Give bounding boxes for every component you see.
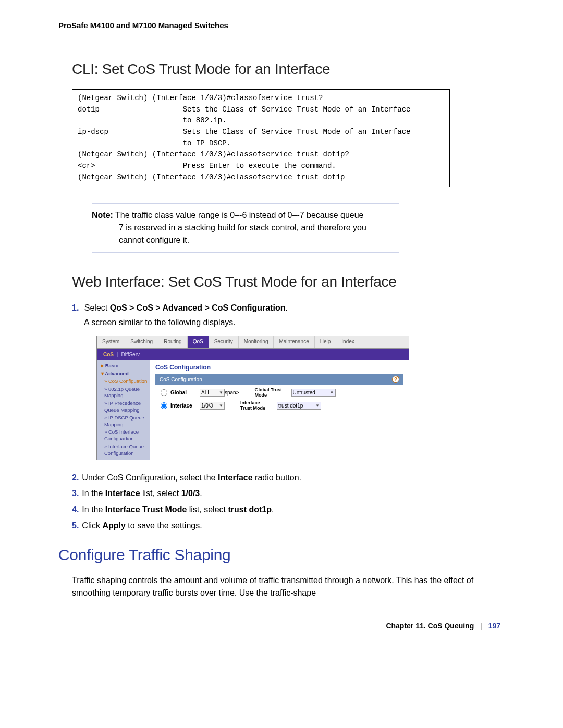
step-text: . — [200, 489, 202, 498]
footer-page: 197 — [488, 622, 500, 630]
step-text: Under CoS Configuration, select the — [82, 473, 218, 482]
sidebar-advanced[interactable]: ▾ Advanced — [99, 370, 148, 378]
step-1: 1. Select QoS > CoS > Advanced > CoS Con… — [72, 302, 563, 330]
section-heading-cli: CLI: Set CoS Trust Mode for an Interface — [72, 61, 563, 78]
sidebar-cos-intf[interactable]: » CoS Interface Configuartion — [99, 428, 148, 443]
step-bold: Interface — [105, 489, 140, 498]
step-punct: . — [286, 303, 288, 312]
step-num: 4. — [72, 505, 79, 514]
step-text: to save the settings. — [126, 521, 202, 530]
footer-chapter: Chapter 11. CoS Queuing — [386, 622, 474, 630]
step-text: Click — [82, 521, 102, 530]
footer-sep: | — [480, 622, 482, 630]
step-text: . — [272, 505, 274, 514]
page-footer: Chapter 11. CoS Queuing | 197 — [0, 622, 500, 630]
section-heading-web: Web Interface: Set CoS Trust Mode for an… — [72, 274, 563, 290]
main-area: ▸ Basic ▾ Advanced » CoS Configuation » … — [97, 360, 409, 460]
step-num: 5. — [72, 521, 79, 530]
tab-index[interactable]: Index — [336, 336, 360, 348]
interface-trust-select[interactable]: trust dot1p▼ — [277, 402, 321, 410]
tab-monitoring[interactable]: Monitoring — [239, 336, 274, 348]
step-num: 2. — [72, 473, 79, 482]
step-text: Select — [84, 303, 110, 312]
tab-security[interactable]: Security — [209, 336, 239, 348]
interface-radio[interactable] — [161, 402, 167, 409]
note-rule-top — [92, 203, 399, 204]
step-bold: Apply — [102, 521, 125, 530]
step-text: list, select — [140, 489, 181, 498]
row-global: Global ALL▼span> Global TrustMode Untrus… — [161, 388, 398, 398]
sidebar-basic[interactable]: ▸ Basic — [99, 362, 148, 370]
global-radio[interactable] — [161, 389, 167, 396]
subtab-cos[interactable]: CoS — [101, 352, 116, 357]
subtab-diffserv[interactable]: DiffServ — [119, 352, 142, 357]
steps-list-a: 1. Select QoS > CoS > Advanced > CoS Con… — [72, 302, 563, 330]
sidebar-ip-prec[interactable]: » IP Precedence Queue Mapping — [99, 400, 148, 414]
step-path: QoS > CoS > Advanced > CoS Configuration — [110, 303, 286, 312]
config-panel: CoS Configuration CoS Configuration ? Gl… — [150, 360, 409, 460]
step-2: 2.Under CoS Configuration, select the In… — [72, 472, 563, 485]
global-select[interactable]: ALL▼ — [200, 389, 225, 397]
steps-list-b: 2.Under CoS Configuration, select the In… — [72, 472, 563, 533]
step-bold: trust dot1p — [228, 505, 272, 514]
step-num: 3. — [72, 489, 79, 498]
step-5: 5.Click Apply to save the settings. — [72, 520, 563, 533]
step-text: In the — [82, 505, 105, 514]
chevron-down-icon: ▼ — [315, 403, 320, 408]
sidebar-intf-queue[interactable]: » Interface Queue Configuration — [99, 443, 148, 458]
note-line3: cannot configure it. — [119, 234, 399, 246]
subtab-sep: | — [116, 352, 119, 357]
panel-body: Global ALL▼span> Global TrustMode Untrus… — [155, 385, 403, 417]
global-label: Global — [170, 390, 200, 396]
step-num: 1. — [72, 303, 79, 312]
note-rule-bottom — [92, 252, 399, 253]
section-heading-shaping: Configure Traffic Shaping — [58, 546, 563, 564]
tab-qos[interactable]: QoS — [188, 336, 209, 348]
note-block: Note: The traffic class value range is 0… — [92, 209, 399, 246]
running-header: ProSafe M4100 and M7100 Managed Switches — [58, 21, 563, 30]
note-label: Note: — [92, 211, 113, 219]
step-text: list, select — [187, 505, 228, 514]
chevron-down-icon: ▼ — [219, 403, 223, 408]
step-bold: 1/0/3 — [181, 489, 200, 498]
main-tabs: System Switching Routing QoS Security Mo… — [97, 336, 409, 349]
global-trust-select[interactable]: Untrusted▼ — [291, 389, 336, 397]
tab-maintenance[interactable]: Maintenance — [274, 336, 314, 348]
step-4: 4.In the Interface Trust Mode list, sele… — [72, 503, 563, 516]
note-line1: The traffic class value range is 0–-6 in… — [115, 211, 363, 219]
step-bold: Interface Trust Mode — [105, 505, 187, 514]
step-3: 3.In the Interface list, select 1/0/3. — [72, 487, 563, 500]
footer-rule — [58, 615, 501, 615]
sub-tabs: CoS | DiffServ — [97, 349, 409, 360]
config-screenshot: System Switching Routing QoS Security Mo… — [96, 336, 409, 460]
global-trust-label: Global TrustMode — [255, 388, 291, 398]
panel-title: CoS Configuration — [155, 364, 403, 371]
tab-routing[interactable]: Routing — [158, 336, 187, 348]
interface-label: Interface — [170, 403, 200, 409]
panel-header-text: CoS Configuration — [160, 377, 202, 382]
sidebar-8021p[interactable]: » 802.1p Queue Mapping — [99, 386, 148, 400]
interface-select[interactable]: 1/0/3▼ — [200, 402, 225, 410]
paragraph-shaping: Traffic shaping controls the amount and … — [72, 574, 499, 599]
sidebar-nav: ▸ Basic ▾ Advanced » CoS Configuation » … — [97, 360, 150, 460]
interface-trust-label: InterfaceTrust Mode — [240, 401, 277, 411]
sidebar-ip-dscp[interactable]: » IP DSCP Queue Mapping — [99, 414, 148, 429]
cli-code-block: (Netgear Switch) (Interface 1/0/3)#class… — [72, 89, 450, 187]
panel-header: CoS Configuration ? — [155, 374, 403, 385]
note-line2: 7 is reserved in a stacking build for st… — [119, 221, 399, 234]
chevron-down-icon: ▼ — [219, 390, 223, 395]
sidebar-cos-config[interactable]: » CoS Configuation — [99, 378, 148, 386]
row-interface: Interface 1/0/3▼ InterfaceTrust Mode tru… — [161, 401, 398, 411]
step-subtext: A screen similar to the following displa… — [84, 316, 563, 329]
tab-help[interactable]: Help — [315, 336, 337, 348]
step-bold: Interface — [218, 473, 253, 482]
step-text: radio button. — [253, 473, 301, 482]
step-text: In the — [82, 489, 105, 498]
tab-switching[interactable]: Switching — [125, 336, 158, 348]
chevron-down-icon: ▼ — [330, 390, 334, 395]
help-icon[interactable]: ? — [392, 376, 399, 383]
tab-system[interactable]: System — [97, 336, 125, 348]
